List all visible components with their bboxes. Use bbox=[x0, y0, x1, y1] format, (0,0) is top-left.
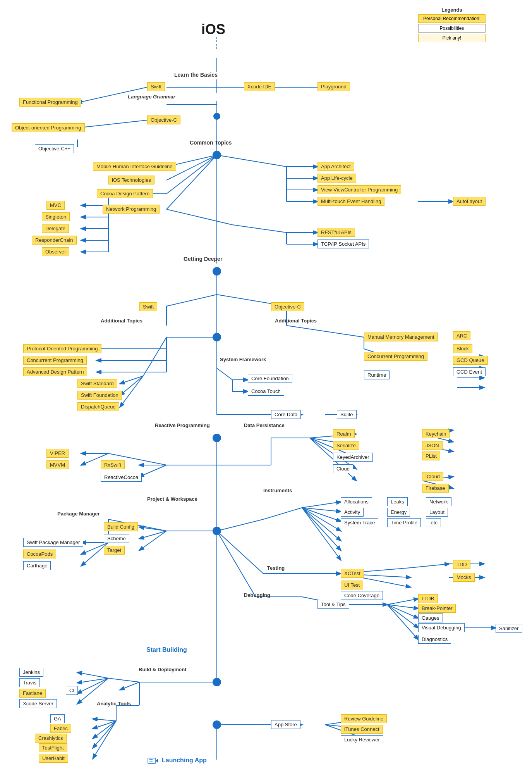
functional-prog-box[interactable]: Functional Programming bbox=[19, 98, 81, 107]
multitouch-box[interactable]: Multi-touch Event Handling bbox=[317, 197, 384, 206]
target-box[interactable]: Target bbox=[104, 546, 125, 555]
rxswift-box[interactable]: RxSwift bbox=[101, 460, 125, 469]
ci-box[interactable]: CI bbox=[66, 686, 78, 695]
advanced-design-box[interactable]: Advanced Design Pattern bbox=[23, 367, 87, 376]
keychain-box[interactable]: Keychain bbox=[422, 429, 450, 438]
leaks-box[interactable]: Leaks bbox=[387, 497, 408, 506]
cocoa-design-box[interactable]: Cocoa Design Pattern bbox=[97, 189, 153, 198]
layout-box[interactable]: Layout bbox=[426, 508, 448, 517]
lucky-reviewer-box[interactable]: Lucky Reviewer bbox=[341, 735, 383, 744]
reactive-prog-label: Reactive Programming bbox=[155, 422, 210, 428]
build-config-box[interactable]: Build Config bbox=[104, 522, 138, 531]
app-lifecycle-box[interactable]: App Life-cycle bbox=[317, 174, 356, 183]
singleton-box[interactable]: Singleton bbox=[42, 212, 70, 221]
time-profile-box[interactable]: Time Profile bbox=[387, 518, 421, 527]
crashlytics-box[interactable]: Crashlytics bbox=[35, 734, 67, 743]
lldb-box[interactable]: LLDB bbox=[418, 594, 438, 603]
gcd-event-box[interactable]: GCD Event bbox=[453, 367, 486, 376]
svg-line-102 bbox=[139, 531, 166, 539]
runtime-box[interactable]: Runtime bbox=[364, 370, 390, 379]
xcode-server-box[interactable]: Xcode Server bbox=[19, 699, 57, 708]
energy-box[interactable]: Energy bbox=[387, 508, 410, 517]
view-viewcontroller-box[interactable]: View-ViewController Programming bbox=[317, 185, 401, 194]
swift-box-top[interactable]: Swift bbox=[147, 82, 165, 91]
userhabit-box[interactable]: UserHabit bbox=[39, 754, 68, 763]
gcd-queue-box[interactable]: GCD Queue bbox=[453, 356, 488, 365]
travis-box[interactable]: Travis bbox=[19, 678, 40, 687]
carthage-box[interactable]: Carthage bbox=[23, 561, 51, 570]
swift-package-manager-box[interactable]: Swift Package Manager bbox=[23, 538, 83, 547]
manual-memory-box[interactable]: Manual Memory Management bbox=[364, 333, 438, 341]
protocol-oriented-box[interactable]: Protocol-Oriented Programming bbox=[23, 344, 101, 353]
etc-box[interactable]: .etc bbox=[426, 518, 441, 527]
cocoa-touch-box[interactable]: Cocoa Touch bbox=[248, 387, 284, 396]
swift-foundation-box[interactable]: Swift Foundation bbox=[77, 391, 122, 400]
object-oriented-box[interactable]: Object-oriented Programming bbox=[12, 123, 85, 132]
objective-c-box2[interactable]: Objective-C bbox=[271, 302, 304, 311]
ga-box[interactable]: GA bbox=[50, 714, 65, 723]
tdd-box[interactable]: TDD bbox=[453, 560, 470, 569]
code-coverage-box[interactable]: Code Coverage bbox=[341, 591, 383, 600]
scheme-box[interactable]: Scheme bbox=[104, 534, 129, 543]
concurrent-prog-right-box[interactable]: Concurrent Programming bbox=[364, 352, 427, 361]
swift-standard-box[interactable]: Swift Standard bbox=[77, 379, 117, 388]
plist-box[interactable]: PList bbox=[422, 451, 440, 460]
icloud-box[interactable]: iCloud bbox=[422, 472, 443, 481]
break-pointer-box[interactable]: Break-Pointer bbox=[418, 604, 456, 613]
cocoa-pods-box[interactable]: CocoaPods bbox=[23, 550, 56, 558]
serialize-box[interactable]: Serialize bbox=[333, 441, 359, 450]
firebase-box[interactable]: Firebase bbox=[422, 484, 449, 493]
jenkins-box[interactable]: Jenkins bbox=[19, 668, 43, 677]
sanitizer-box[interactable]: Sanitizer bbox=[496, 624, 522, 633]
ios-technologies-box[interactable]: iOS Technologies bbox=[108, 176, 154, 184]
core-foundation-box[interactable]: Core Foundation bbox=[248, 374, 292, 383]
svg-line-132 bbox=[387, 605, 418, 608]
mobile-hig-box[interactable]: Mobile Human Interface Guideline bbox=[93, 162, 176, 171]
mocks-box[interactable]: Mocks bbox=[453, 573, 475, 582]
xctest-box[interactable]: XCTest bbox=[341, 569, 364, 578]
xcode-ide-box[interactable]: Xcode IDE bbox=[244, 82, 275, 91]
gauges-box[interactable]: Gauges bbox=[418, 613, 443, 622]
core-data-box[interactable]: Core Data bbox=[271, 410, 301, 419]
system-trace-box[interactable]: System Trace bbox=[341, 518, 378, 527]
dispatch-queue-box[interactable]: DispatchQueue bbox=[77, 402, 119, 411]
network-box[interactable]: Network bbox=[426, 497, 451, 506]
diagnostics-box[interactable]: Diagnostics bbox=[418, 635, 451, 644]
network-prog-box[interactable]: Network Programming bbox=[103, 205, 160, 214]
reactive-cocoa-box[interactable]: ReactiveCocoa bbox=[101, 473, 142, 482]
playground-box[interactable]: Playground bbox=[317, 82, 350, 91]
viper-box[interactable]: VIPER bbox=[46, 449, 69, 458]
app-store-box[interactable]: App Store bbox=[271, 720, 300, 729]
start-building-label: Start Building bbox=[146, 646, 187, 653]
cloud-box[interactable]: Cloud bbox=[333, 464, 353, 473]
activity-box[interactable]: Activity bbox=[341, 508, 364, 517]
mvvm-box[interactable]: MVVM bbox=[46, 460, 69, 469]
restful-box[interactable]: RESTful APIs bbox=[317, 228, 355, 237]
delegate-box[interactable]: Delegate bbox=[42, 224, 69, 233]
swift-box-left[interactable]: Swift bbox=[139, 302, 157, 311]
tcp-ip-box[interactable]: TCP/IP Socket APIs bbox=[317, 240, 369, 248]
visual-debugging-box[interactable]: Visual Debugging bbox=[418, 623, 465, 632]
ui-test-box[interactable]: UI Test bbox=[341, 581, 363, 589]
app-architect-box[interactable]: App Architect bbox=[317, 162, 354, 171]
objective-c-box[interactable]: Objective-C bbox=[147, 115, 180, 124]
fabric-box[interactable]: Fabric bbox=[50, 724, 71, 733]
arc-box[interactable]: ARC bbox=[453, 331, 470, 340]
tool-tips-box[interactable]: Tool & Tips bbox=[317, 600, 349, 609]
keyed-archiver-box[interactable]: KeyedArchiver bbox=[333, 453, 373, 462]
json-box[interactable]: JSON bbox=[422, 441, 443, 450]
observer-box[interactable]: Observer bbox=[42, 247, 69, 256]
responder-chain-box[interactable]: ResponderChain bbox=[32, 236, 77, 245]
autolayout-box[interactable]: AutoLayout bbox=[453, 197, 486, 206]
concurrent-prog-left-box[interactable]: Concurrent Programming bbox=[23, 356, 87, 365]
sqlite-box[interactable]: Sqlite bbox=[337, 410, 357, 419]
fastlane-box[interactable]: Fastlane bbox=[19, 689, 46, 698]
allocations-box[interactable]: Allocations bbox=[341, 497, 372, 506]
review-guideline-box[interactable]: Review Guideline bbox=[341, 714, 387, 723]
itunes-connect-box[interactable]: iTunes Connect bbox=[341, 725, 383, 734]
realm-box[interactable]: Realm bbox=[333, 429, 355, 438]
objective-cpp-box[interactable]: Objective-C++ bbox=[35, 144, 74, 153]
mvc-box[interactable]: MVC bbox=[46, 201, 65, 210]
testflight-box[interactable]: TestFlight bbox=[39, 743, 67, 752]
block-box[interactable]: Block bbox=[453, 344, 472, 353]
